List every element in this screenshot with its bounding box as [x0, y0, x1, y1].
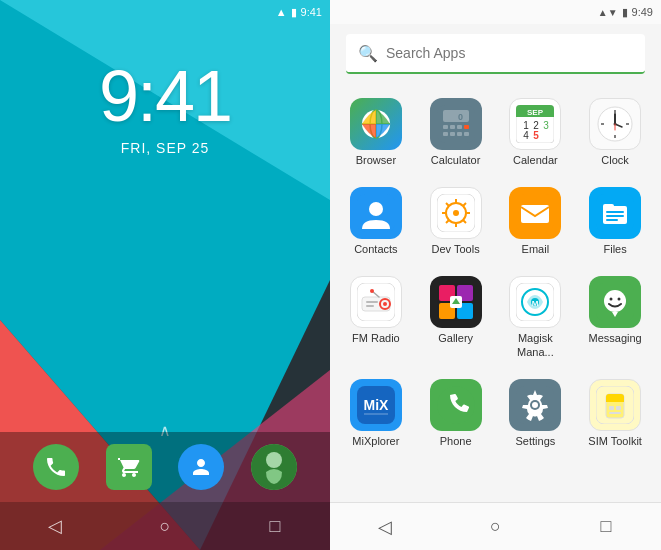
messaging-icon [589, 276, 641, 328]
svg-text:4: 4 [524, 130, 530, 141]
app-messaging[interactable]: Messaging [577, 268, 653, 366]
messaging-label: Messaging [589, 332, 642, 345]
right-home-button[interactable]: ○ [475, 507, 515, 547]
battery-icon: ▮ [291, 6, 297, 19]
app-email[interactable]: Email [498, 179, 574, 264]
settings-icon [509, 379, 561, 431]
dock-contacts-icon[interactable] [178, 444, 224, 490]
svg-point-7 [266, 452, 282, 468]
svg-rect-63 [606, 219, 618, 221]
svg-point-94 [532, 402, 538, 408]
simtoolkit-icon [589, 379, 641, 431]
dock-orbot-icon[interactable] [251, 444, 297, 490]
contacts-label: Contacts [354, 243, 397, 256]
dock-store-icon[interactable] [106, 444, 152, 490]
svg-point-84 [610, 298, 613, 301]
left-nav-bar: ◁ ○ □ [0, 502, 330, 550]
app-mixplorer[interactable]: MiX MiXplorer [338, 371, 414, 456]
svg-point-70 [370, 289, 374, 293]
clock-time: 9:41 [0, 60, 330, 132]
magisk-icon: M [509, 276, 561, 328]
svg-point-85 [618, 298, 621, 301]
signal-icon: ▲ [276, 6, 287, 18]
left-phone: ▲ ▮ 9:41 9:41 FRI, SEP 25 ∧ [0, 0, 330, 550]
svg-rect-69 [366, 305, 374, 307]
browser-label: Browser [356, 154, 396, 167]
email-icon [509, 187, 561, 239]
calendar-icon: SEP 1 2 3 4 5 [509, 98, 561, 150]
dock-phone-icon[interactable] [33, 444, 79, 490]
fmradio-label: FM Radio [352, 332, 400, 345]
lock-screen-clock: 9:41 FRI, SEP 25 [0, 60, 330, 156]
calculator-label: Calculator [431, 154, 481, 167]
right-recents-button[interactable]: □ [586, 507, 626, 547]
fmradio-icon [350, 276, 402, 328]
search-bar[interactable]: 🔍 [346, 34, 645, 74]
app-calculator[interactable]: 0 Calculator [418, 90, 494, 175]
svg-rect-57 [521, 205, 549, 223]
svg-rect-23 [464, 132, 469, 136]
app-browser[interactable]: Browser [338, 90, 414, 175]
left-back-button[interactable]: ◁ [35, 506, 75, 546]
svg-rect-20 [443, 132, 448, 136]
svg-rect-17 [450, 125, 455, 129]
mixplorer-label: MiXplorer [352, 435, 399, 448]
email-label: Email [522, 243, 550, 256]
svg-rect-62 [606, 215, 624, 217]
right-status-icons: ▲▼ ▮ 9:49 [598, 6, 653, 19]
right-back-button[interactable]: ◁ [365, 507, 405, 547]
clock-date: FRI, SEP 25 [0, 140, 330, 156]
svg-rect-22 [457, 132, 462, 136]
svg-point-83 [604, 290, 626, 312]
app-settings[interactable]: Settings [498, 371, 574, 456]
app-clock[interactable]: Clock [577, 90, 653, 175]
clock-label: Clock [601, 154, 629, 167]
browser-icon [350, 98, 402, 150]
svg-point-67 [383, 302, 387, 306]
gallery-icon [430, 276, 482, 328]
clock-icon [589, 98, 641, 150]
right-nav-bar: ◁ ○ □ [330, 502, 661, 550]
svg-text:5: 5 [534, 130, 540, 141]
svg-point-44 [369, 202, 383, 216]
svg-rect-99 [609, 406, 614, 410]
right-phone: ▲▼ ▮ 9:49 🔍 [330, 0, 661, 550]
left-home-button[interactable]: ○ [145, 506, 185, 546]
calendar-label: Calendar [513, 154, 558, 167]
svg-rect-19 [464, 125, 469, 129]
svg-rect-101 [609, 412, 621, 414]
svg-rect-14 [443, 110, 469, 122]
svg-rect-100 [616, 406, 621, 410]
svg-rect-18 [457, 125, 462, 129]
app-contacts[interactable]: Contacts [338, 179, 414, 264]
svg-rect-21 [450, 132, 455, 136]
right-status-bar: ▲▼ ▮ 9:49 [330, 0, 661, 24]
calculator-icon: 0 [430, 98, 482, 150]
svg-point-47 [453, 210, 459, 216]
app-simtoolkit[interactable]: SIM Toolkit [577, 371, 653, 456]
mixplorer-icon: MiX [350, 379, 402, 431]
app-phone[interactable]: Phone [418, 371, 494, 456]
svg-text:3: 3 [544, 120, 550, 131]
svg-rect-61 [606, 211, 624, 213]
app-calendar[interactable]: SEP 1 2 3 4 5 Calendar [498, 90, 574, 175]
contacts-icon [350, 187, 402, 239]
svg-text:SEP: SEP [527, 108, 544, 117]
svg-rect-60 [603, 204, 614, 210]
svg-text:M: M [532, 299, 539, 308]
app-devtools[interactable]: Dev Tools [418, 179, 494, 264]
app-magisk[interactable]: M Magisk Mana... [498, 268, 574, 366]
app-gallery[interactable]: Gallery [418, 268, 494, 366]
search-icon: 🔍 [358, 44, 378, 63]
dock [0, 432, 330, 502]
app-fmradio[interactable]: FM Radio [338, 268, 414, 366]
left-recents-button[interactable]: □ [255, 506, 295, 546]
svg-rect-98 [606, 398, 624, 402]
simtoolkit-label: SIM Toolkit [588, 435, 642, 448]
phone-label: Phone [440, 435, 472, 448]
svg-rect-16 [443, 125, 448, 129]
app-grid: Browser 0 Calculator [330, 82, 661, 502]
search-input[interactable] [386, 45, 633, 61]
svg-rect-68 [366, 301, 378, 303]
app-files[interactable]: Files [577, 179, 653, 264]
